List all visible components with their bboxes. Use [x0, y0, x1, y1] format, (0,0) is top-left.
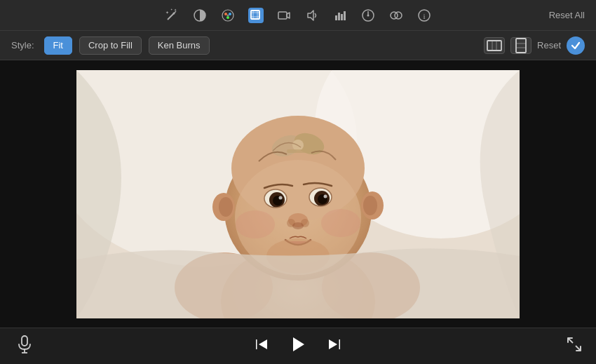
svg-line-80 [576, 346, 581, 351]
color-balance-icon[interactable] [192, 8, 208, 23]
svg-point-2 [173, 12, 175, 14]
svg-rect-22 [341, 14, 343, 20]
svg-rect-33 [516, 39, 526, 53]
svg-text:✦: ✦ [174, 8, 177, 12]
play-button[interactable] [289, 335, 307, 358]
svg-text:✦: ✦ [165, 11, 169, 15]
svg-point-46 [236, 210, 275, 238]
svg-marker-74 [256, 339, 257, 349]
fit-button[interactable]: Fit [44, 36, 72, 55]
landscape-crop-icon[interactable] [484, 37, 505, 54]
svg-marker-77 [329, 339, 337, 349]
skip-forward-button[interactable] [327, 337, 342, 356]
fullscreen-button[interactable] [567, 337, 582, 356]
toolbar-icons: ✦ ✦ ✦ [164, 8, 432, 23]
palette-icon[interactable] [220, 8, 236, 23]
svg-rect-20 [335, 15, 337, 20]
svg-text:i: i [424, 11, 426, 20]
ken-burns-button[interactable]: Ken Burns [149, 36, 210, 55]
svg-point-27 [395, 12, 402, 19]
svg-rect-23 [344, 11, 346, 20]
info-icon[interactable]: i [416, 8, 432, 23]
svg-rect-71 [22, 336, 27, 346]
audio-icon[interactable] [304, 8, 320, 23]
svg-point-8 [224, 13, 227, 15]
video-icon[interactable] [276, 8, 292, 23]
svg-point-10 [226, 16, 229, 19]
reset-all-button[interactable]: Reset All [549, 10, 585, 20]
crop-tool-icon[interactable] [248, 8, 264, 23]
svg-marker-19 [308, 11, 313, 20]
reset-button[interactable]: Reset [537, 40, 561, 50]
confirm-button[interactable] [567, 36, 585, 55]
gauge-icon[interactable] [360, 8, 376, 23]
svg-rect-21 [338, 13, 340, 20]
style-label: Style: [11, 40, 34, 50]
svg-rect-70 [287, 149, 311, 153]
blend-icon[interactable] [388, 8, 404, 23]
video-frame [76, 70, 520, 318]
svg-rect-17 [278, 12, 287, 19]
portrait-crop-icon[interactable] [510, 37, 531, 54]
skip-back-button[interactable] [254, 337, 269, 356]
baby-image [76, 70, 520, 318]
svg-line-79 [568, 338, 573, 343]
top-toolbar: ✦ ✦ ✦ [0, 0, 596, 31]
playback-controls [254, 335, 342, 358]
playback-bar [0, 328, 596, 364]
svg-point-11 [227, 14, 229, 16]
svg-point-61 [292, 222, 304, 229]
style-right-controls: Reset [484, 36, 585, 55]
chart-icon[interactable] [332, 8, 348, 23]
style-bar: Style: Fit Crop to Fill Ken Burns Reset [0, 31, 596, 60]
svg-marker-75 [259, 339, 267, 349]
svg-point-47 [321, 209, 360, 237]
svg-rect-12 [251, 11, 259, 19]
microphone-icon[interactable] [17, 335, 32, 358]
svg-rect-30 [487, 41, 501, 50]
preview-area [0, 60, 596, 328]
svg-marker-78 [339, 339, 341, 349]
svg-point-9 [229, 13, 231, 15]
svg-point-54 [279, 196, 283, 199]
svg-point-64 [219, 197, 233, 217]
svg-marker-76 [293, 337, 304, 351]
svg-point-25 [367, 14, 370, 16]
crop-to-fill-button[interactable]: Crop to Fill [79, 36, 142, 55]
magic-wand-icon[interactable]: ✦ ✦ ✦ [164, 8, 180, 23]
svg-point-55 [324, 194, 327, 198]
svg-marker-18 [287, 13, 290, 18]
svg-text:✦: ✦ [170, 8, 173, 11]
svg-point-66 [363, 196, 377, 215]
